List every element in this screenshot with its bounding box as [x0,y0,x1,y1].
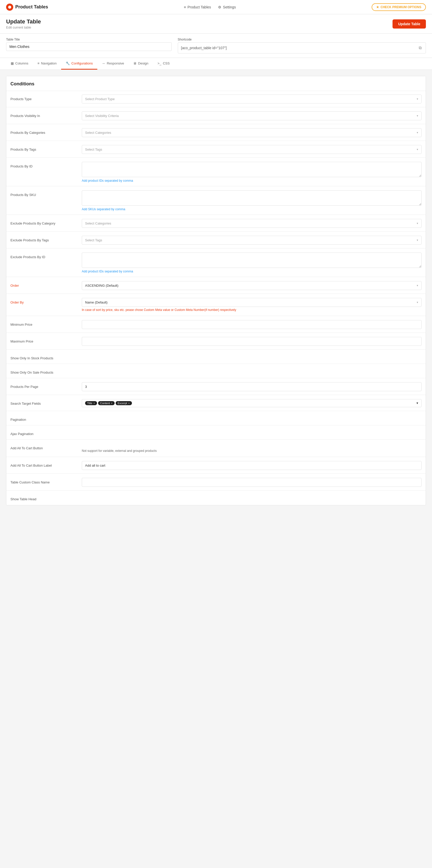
custom-class-label: Table Custom Class Name [10,478,82,484]
order-by-value: Name (Default) [85,301,107,304]
tag-excerpt-remove[interactable]: × [128,402,130,405]
field-show-on-sale: Show Only On Sale Products [6,365,426,378]
maximum-price-input[interactable] [82,337,422,346]
field-ajax-pagination: Ajax Pagination [6,426,426,440]
products-type-control: Select Product Type ▾ [82,95,422,103]
exclude-by-category-select[interactable]: Select Categories ▾ [82,219,422,228]
app-title: Product Tables [15,4,48,10]
products-type-placeholder: Select Product Type [85,97,114,101]
pagination-control [82,415,422,419]
update-table-button[interactable]: Update Table [393,19,426,29]
custom-class-control [82,478,422,487]
main-content: Conditions Products Type Select Product … [0,70,432,512]
products-per-page-input[interactable] [82,382,422,391]
nav-settings[interactable]: ⚙ Settings [218,5,236,9]
responsive-icon: ↔ [102,61,105,65]
exclude-by-tags-select[interactable]: Select Tags ▾ [82,236,422,245]
minimum-price-input[interactable] [82,320,422,329]
premium-button[interactable]: ★ CHECK PREMIUM OPTIONS [372,3,426,11]
products-visibility-placeholder: Select Visibility Criteria [85,114,119,118]
table-title-input[interactable] [9,44,168,49]
exclude-by-id-textarea[interactable] [82,253,422,268]
conditions-title: Conditions [6,76,426,91]
search-target-tags[interactable]: Title × Content × Excerpt × ▾ [82,399,422,407]
tab-columns[interactable]: ▦ Columns [6,58,33,69]
products-by-sku-control: Add SKUs separated by comma [82,190,422,211]
tag-content: Content × [98,401,114,405]
field-minimum-price: Minimum Price [6,316,426,333]
chevron-down-icon: ▾ [417,131,418,134]
field-exclude-by-tags: Exclude Products By Tags Select Tags ▾ [6,232,426,248]
products-by-sku-textarea[interactable] [82,190,422,206]
products-type-label: Products Type [10,95,82,101]
nav-product-tables[interactable]: ≡ Product Tables [184,5,211,9]
order-by-control: Name (Default) ▾ In case of sort by pric… [82,298,422,312]
products-by-id-textarea[interactable] [82,162,422,177]
chevron-down-icon: ▾ [417,97,418,101]
show-table-head-label: Show Table Head [10,495,82,501]
tab-responsive-label: Responsive [107,61,124,65]
show-on-sale-label: Show Only On Sale Products [10,368,82,374]
maximum-price-label: Maximum Price [10,337,82,343]
tab-design[interactable]: 🖥 Design [129,58,153,69]
app-header: Product Tables ≡ Product Tables ⚙ Settin… [0,0,432,14]
page-header: Update Table Edit current table Update T… [0,14,432,34]
premium-label: CHECK PREMIUM OPTIONS [380,5,421,9]
field-add-all-to-cart-label: Add All To Cart Button Label [6,458,426,474]
exclude-by-id-label: Exclude Products By ID [10,253,82,259]
field-order: Order ASCENDING (Default) ▾ [6,278,426,294]
exclude-by-id-control: Add product IDs separated by comma [82,253,422,273]
copy-icon[interactable]: ⧉ [418,44,423,51]
ajax-pagination-control [82,429,422,433]
chevron-down-icon: ▾ [417,148,418,151]
shortcode-input[interactable] [181,46,418,50]
add-all-to-cart-label-input[interactable] [82,461,422,470]
page-title-section: Update Table Edit current table [6,18,41,29]
conditions-section: Conditions Products Type Select Product … [6,76,426,505]
ajax-pagination-label: Ajax Pagination [10,429,82,436]
add-all-to-cart-button-control: Not support for variable, external and g… [82,444,422,453]
shortcode-label: Shortcode [178,38,426,41]
field-show-table-head: Show Table Head [6,491,426,504]
field-maximum-price: Maximum Price [6,333,426,350]
minimum-price-control [82,320,422,329]
order-by-select[interactable]: Name (Default) ▾ [82,298,422,307]
tag-content-remove[interactable]: × [111,402,112,405]
products-by-tags-select[interactable]: Select Tags ▾ [82,145,422,154]
page-subtitle: Edit current table [6,26,41,29]
tab-configurations[interactable]: 🔧 Configurations [61,58,97,69]
products-visibility-select[interactable]: Select Visibility Criteria ▾ [82,112,422,120]
custom-class-input[interactable] [82,478,422,487]
products-by-id-help: Add product IDs separated by comma [82,179,422,183]
tab-navigation[interactable]: ≡ Navigation [33,58,61,69]
nav-settings-icon: ⚙ [218,5,221,9]
tag-title-remove[interactable]: × [93,402,95,405]
app-logo: Product Tables [6,4,48,11]
field-show-in-stock: Show Only In Stock Products [6,350,426,364]
field-products-per-page: Products Per Page [6,379,426,395]
products-by-tags-label: Products By Tags [10,145,82,151]
order-by-label: Order By [10,298,82,304]
nav-tables-icon: ≡ [184,5,186,9]
minimum-price-label: Minimum Price [10,320,82,327]
tab-css[interactable]: >_ CSS [153,58,174,69]
add-all-to-cart-label-label: Add All To Cart Button Label [10,461,82,467]
field-products-by-tags: Products By Tags Select Tags ▾ [6,142,426,158]
products-by-sku-label: Products By SKU [10,190,82,197]
chevron-down-icon: ▾ [417,401,418,405]
table-info: Table Title Shortcode ⧉ [0,34,432,58]
shortcode-group: Shortcode ⧉ [178,38,426,54]
field-products-visibility: Products Visibility In Select Visibility… [6,108,426,124]
tab-responsive[interactable]: ↔ Responsive [97,58,129,69]
order-select[interactable]: ASCENDING (Default) ▾ [82,281,422,290]
table-title-label: Table Title [6,38,172,41]
chevron-down-icon: ▾ [417,284,418,287]
field-add-all-to-cart-button: Add All To Cart Button Not support for v… [6,440,426,457]
exclude-by-category-placeholder: Select Categories [85,221,111,225]
products-by-categories-select[interactable]: Select Categories ▾ [82,128,422,137]
products-by-sku-help: Add SKUs separated by comma [82,208,422,211]
products-type-select[interactable]: Select Product Type ▾ [82,95,422,103]
star-icon: ★ [376,5,379,9]
products-by-id-label: Products By ID [10,162,82,168]
show-in-stock-control [82,354,422,358]
